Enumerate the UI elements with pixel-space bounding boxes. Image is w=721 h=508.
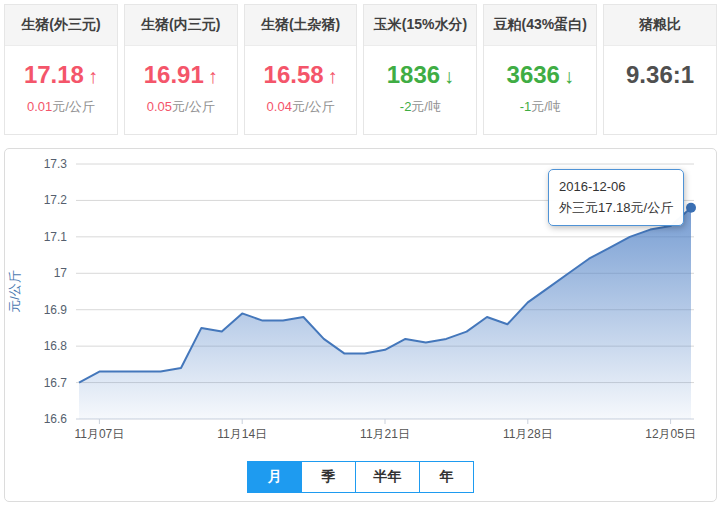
card-body: 9.36:1 bbox=[604, 46, 716, 88]
y-tick-label: 17.3 bbox=[44, 157, 68, 171]
tab-quarter[interactable]: 季 bbox=[301, 461, 356, 493]
change-unit: 元/吨 bbox=[411, 99, 441, 114]
y-tick-label: 16.9 bbox=[44, 303, 68, 317]
x-tick-label: 12月05日 bbox=[645, 427, 696, 441]
card-body: 16.91↑ 0.05元/公斤 bbox=[125, 46, 237, 116]
card-change: -2元/吨 bbox=[364, 98, 476, 116]
card-value: 9.36:1 bbox=[604, 62, 716, 88]
stat-card-corn: 玉米(15%水分) 1836↓ -2元/吨 bbox=[363, 4, 477, 135]
card-change: 0.04元/公斤 bbox=[245, 98, 357, 116]
up-arrow-icon: ↑ bbox=[208, 65, 218, 87]
stat-card-pig-nei-san-yuan: 生猪(内三元) 16.91↑ 0.05元/公斤 bbox=[124, 4, 238, 135]
tab-half-year[interactable]: 半年 bbox=[355, 461, 420, 493]
card-title: 猪粮比 bbox=[604, 5, 716, 46]
change-unit: 元/公斤 bbox=[52, 99, 95, 114]
card-change: -1元/吨 bbox=[484, 98, 596, 116]
tooltip-value: 外三元17.18元/公斤 bbox=[559, 197, 673, 218]
card-value: 17.18↑ bbox=[5, 62, 117, 89]
card-title: 生猪(外三元) bbox=[5, 5, 117, 46]
stat-card-pig-tu-za-zhu: 生猪(土杂猪) 16.58↑ 0.04元/公斤 bbox=[244, 4, 358, 135]
change-unit: 元/公斤 bbox=[292, 99, 335, 114]
stat-card-pig-wai-san-yuan: 生猪(外三元) 17.18↑ 0.01元/公斤 bbox=[4, 4, 118, 135]
change-unit: 元/公斤 bbox=[172, 99, 215, 114]
up-arrow-icon: ↑ bbox=[88, 65, 98, 87]
price-trend-chart-panel: 17.317.217.11716.916.816.716.611月07日11月1… bbox=[4, 148, 717, 502]
card-body: 3636↓ -1元/吨 bbox=[484, 46, 596, 116]
card-body: 1836↓ -2元/吨 bbox=[364, 46, 476, 116]
change-unit: 元/吨 bbox=[531, 99, 561, 114]
x-tick-label: 11月21日 bbox=[360, 427, 410, 441]
area-fill bbox=[79, 208, 691, 419]
card-body: 16.58↑ 0.04元/公斤 bbox=[245, 46, 357, 116]
y-tick-label: 17.2 bbox=[44, 193, 68, 207]
card-title: 豆粕(43%蛋白) bbox=[484, 5, 596, 46]
x-tick-label: 11月28日 bbox=[503, 427, 553, 441]
card-change: 0.05元/公斤 bbox=[125, 98, 237, 116]
card-title: 生猪(土杂猪) bbox=[245, 5, 357, 46]
y-axis-title: 元/公斤 bbox=[7, 270, 22, 313]
tab-year[interactable]: 年 bbox=[419, 461, 474, 493]
card-change: 0.01元/公斤 bbox=[5, 98, 117, 116]
x-tick-label: 11月14日 bbox=[217, 427, 267, 441]
down-arrow-icon: ↓ bbox=[564, 65, 574, 87]
change-value: -2 bbox=[400, 99, 412, 114]
y-tick-label: 17 bbox=[54, 266, 68, 280]
card-title: 玉米(15%水分) bbox=[364, 5, 476, 46]
value-text: 9.36:1 bbox=[626, 61, 694, 88]
card-title: 生猪(内三元) bbox=[125, 5, 237, 46]
card-body: 17.18↑ 0.01元/公斤 bbox=[5, 46, 117, 116]
chart-tooltip: 2016-12-06 外三元17.18元/公斤 bbox=[548, 169, 684, 226]
value-text: 16.91 bbox=[144, 61, 204, 88]
x-tick-label: 11月07日 bbox=[74, 427, 124, 441]
down-arrow-icon: ↓ bbox=[444, 65, 454, 87]
tab-month[interactable]: 月 bbox=[247, 461, 302, 493]
stat-card-soybean-meal: 豆粕(43%蛋白) 3636↓ -1元/吨 bbox=[483, 4, 597, 135]
card-value: 16.91↑ bbox=[125, 62, 237, 89]
last-point-marker bbox=[686, 203, 696, 213]
tooltip-date: 2016-12-06 bbox=[559, 176, 673, 197]
stat-cards-row: 生猪(外三元) 17.18↑ 0.01元/公斤 生猪(内三元) 16.91↑ 0… bbox=[0, 0, 721, 135]
period-tabs: 月 季 半年 年 bbox=[5, 461, 716, 493]
value-text: 3636 bbox=[507, 61, 560, 88]
y-tick-label: 16.7 bbox=[44, 376, 68, 390]
change-value: -1 bbox=[520, 99, 532, 114]
change-value: 0.01 bbox=[27, 99, 52, 114]
value-text: 16.58 bbox=[264, 61, 324, 88]
value-text: 17.18 bbox=[24, 61, 84, 88]
y-tick-label: 16.8 bbox=[44, 339, 68, 353]
change-value: 0.04 bbox=[267, 99, 292, 114]
y-tick-label: 16.6 bbox=[44, 412, 68, 426]
change-value: 0.05 bbox=[147, 99, 172, 114]
card-value: 1836↓ bbox=[364, 62, 476, 89]
card-value: 16.58↑ bbox=[245, 62, 357, 89]
up-arrow-icon: ↑ bbox=[328, 65, 338, 87]
value-text: 1836 bbox=[387, 61, 440, 88]
stat-card-pig-grain-ratio: 猪粮比 9.36:1 bbox=[603, 4, 717, 135]
card-value: 3636↓ bbox=[484, 62, 596, 89]
y-tick-label: 17.1 bbox=[44, 230, 68, 244]
